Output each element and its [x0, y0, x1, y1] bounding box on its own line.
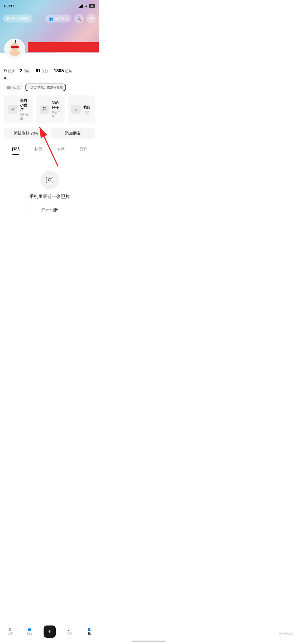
status-time: 06:37 [4, 4, 14, 8]
following-count: 61 [36, 68, 41, 73]
action-buttons: 编辑资料 70% 添加朋友 [4, 128, 95, 139]
mini-app-music[interactable]: ♪ 我的 已收 [68, 95, 95, 123]
menu-icon: ☰ [89, 16, 93, 21]
likes-count: 0 [4, 68, 7, 73]
visitor-label: 新访客 1 [55, 16, 68, 21]
followers-label: 粉丝 [65, 69, 72, 73]
mini-apps-row: ✳ 我的小程序 最近使用 仔 我的仔仔 朋友广场 ♪ 我的 已收 [4, 95, 95, 123]
tab-likes[interactable]: 喜欢 [72, 143, 95, 155]
location-tag: 重庆·江北 [4, 84, 23, 91]
search-button[interactable]: 🔍 [74, 14, 84, 23]
bottom-spacer [4, 227, 95, 253]
visitor-button[interactable]: 👥 新访客 1 [45, 15, 72, 22]
friends-count: 2 [20, 68, 22, 73]
profile-content-card: 0 获赞 2 朋友 61 关注 1305 粉丝 重庆·江北 + 添加学校、性别等… [0, 61, 99, 257]
svg-point-9 [48, 178, 51, 181]
mini-music-icon: ♪ [71, 105, 81, 114]
mini-app-zaizai[interactable]: 仔 我的仔仔 朋友广场 [36, 95, 65, 123]
tags-row: 重庆·江北 + 添加学校、性别等标签 [4, 84, 95, 91]
avatar-image [5, 39, 25, 59]
visitors-icon: 👥 [49, 17, 53, 21]
search-icon: 🔍 [76, 16, 82, 21]
signal-bar-2 [80, 6, 81, 8]
mini-programs-name: 我的小程序 [20, 98, 30, 112]
open-album-button[interactable]: 打开相册 [25, 204, 74, 216]
followers-count: 1305 [54, 68, 64, 73]
add-tag-button[interactable]: + 添加学校、性别等标签 [25, 84, 66, 91]
top-nav: ⛨ 青少年模式 👥 新访客 1 🔍 ☰ [0, 12, 99, 25]
nav-right: 👥 新访客 1 🔍 ☰ [45, 14, 96, 23]
signal-bar-3 [81, 5, 82, 8]
youth-mode-label: 青少年模式 [12, 16, 29, 21]
following-label: 关注 [42, 69, 49, 73]
photo-icon [45, 176, 54, 184]
following-stat[interactable]: 61 关注 [36, 68, 49, 73]
tab-private[interactable]: 私密 [27, 143, 50, 155]
mini-music-info: 我的 已收 [83, 105, 93, 114]
mini-zaizai-name: 我的仔仔 [52, 100, 61, 110]
status-icons: ▲ 56 [79, 4, 95, 8]
status-bar: 06:37 ▲ 56 [0, 0, 99, 10]
signal-bar-1 [79, 7, 80, 8]
mini-programs-icon: ✳ [8, 105, 17, 114]
mini-programs-info: 我的小程序 最近使用 [20, 98, 30, 121]
bio-dot [4, 77, 6, 79]
bio-area [4, 75, 95, 81]
tab-works[interactable]: 作品 [4, 143, 27, 155]
mini-app-programs[interactable]: ✳ 我的小程序 最近使用 [4, 95, 33, 123]
wifi-icon: ▲ [84, 4, 88, 8]
mini-zaizai-sub: 朋友广场 [52, 111, 61, 118]
friends-stat[interactable]: 2 朋友 [20, 68, 30, 73]
empty-state: 手机里最近一张照片 打开相册 [4, 155, 95, 227]
name-redacted-banner [28, 42, 99, 52]
svg-point-5 [16, 47, 17, 48]
stats-row: 0 获赞 2 朋友 61 关注 1305 粉丝 [4, 65, 95, 75]
youth-mode-button[interactable]: ⛨ 青少年模式 [3, 15, 32, 22]
empty-text: 手机里最近一张照片 [29, 194, 70, 200]
tab-collection[interactable]: 收藏 [50, 143, 72, 155]
add-friend-button[interactable]: 添加朋友 [51, 128, 95, 139]
mini-music-sub: 已收 [83, 110, 93, 114]
likes-stat: 0 获赞 [4, 68, 15, 73]
svg-point-4 [13, 47, 14, 48]
edit-profile-button[interactable]: 编辑资料 70% [4, 128, 48, 139]
likes-label: 获赞 [8, 69, 15, 73]
signal-bars-icon [79, 4, 83, 8]
avatar[interactable] [4, 39, 25, 60]
tabs-row: 作品 私密 收藏 喜欢 [0, 143, 99, 155]
profile-header: 06:37 ▲ 56 ⛨ 青少年模式 👥 新访客 [0, 0, 99, 53]
empty-icon-container [40, 171, 59, 189]
friends-label: 朋友 [23, 69, 30, 73]
shield-icon: ⛨ [7, 17, 10, 21]
mini-programs-sub: 最近使用 [20, 113, 30, 121]
followers-stat[interactable]: 1305 粉丝 [54, 68, 72, 73]
signal-bar-4 [82, 4, 83, 8]
mini-music-name: 我的 [83, 105, 93, 110]
mini-zaizai-info: 我的仔仔 朋友广场 [52, 100, 61, 118]
battery-indicator: 56 [89, 4, 95, 8]
menu-button[interactable]: ☰ [86, 14, 96, 23]
svg-rect-3 [11, 46, 19, 48]
mini-zaizai-icon: 仔 [40, 105, 49, 114]
svg-point-10 [51, 178, 52, 179]
